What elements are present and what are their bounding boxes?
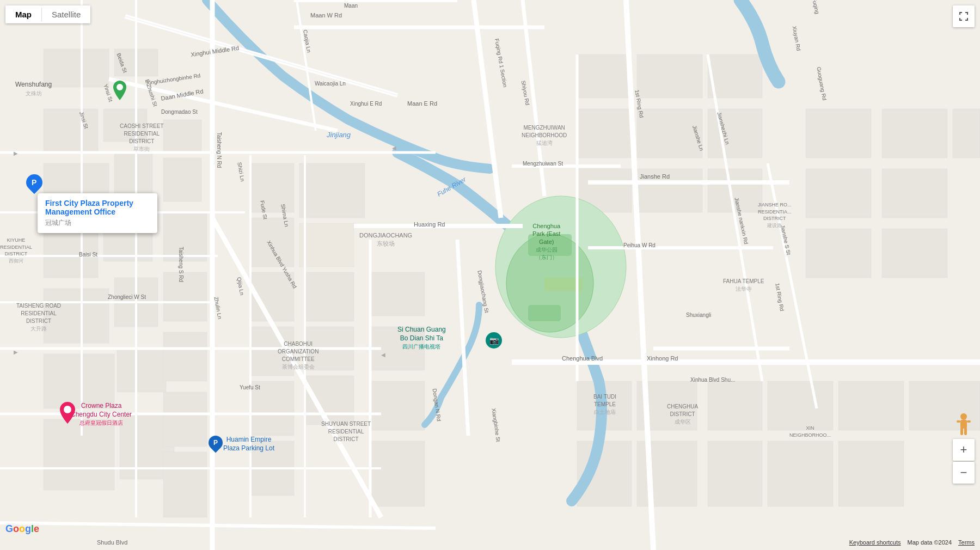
svg-rect-16 xyxy=(163,158,201,201)
svg-text:◀: ◀ xyxy=(381,352,385,358)
svg-rect-37 xyxy=(577,54,632,98)
huamin-empire-marker[interactable]: P xyxy=(209,436,223,450)
map-type-satellite-btn[interactable]: Satellite xyxy=(42,5,90,23)
svg-rect-46 xyxy=(806,109,871,158)
svg-rect-38 xyxy=(577,109,632,158)
svg-rect-7 xyxy=(44,229,98,278)
svg-rect-33 xyxy=(370,272,425,316)
svg-rect-41 xyxy=(637,109,702,158)
svg-rect-112 xyxy=(964,427,967,435)
map-type-map-btn[interactable]: Map xyxy=(5,5,41,23)
popup-chinese: 冠城广场 xyxy=(45,218,150,228)
svg-text:▶: ▶ xyxy=(14,150,18,156)
svg-rect-19 xyxy=(163,332,207,381)
svg-rect-42 xyxy=(637,169,702,212)
map-data-text: Map data ©2024 xyxy=(908,539,952,546)
popup-title: First City Plaza Property Management Off… xyxy=(45,199,150,216)
zoom-in-btn[interactable]: + xyxy=(953,439,975,461)
map-type-control: Map Satellite xyxy=(5,5,90,23)
map-container: ▶ ◀ ▶ ◀ Xinghui Middle Rd Daan Middle Rd… xyxy=(0,0,980,550)
svg-rect-113 xyxy=(957,420,960,423)
svg-point-107 xyxy=(117,84,123,90)
svg-rect-111 xyxy=(960,427,963,435)
svg-rect-40 xyxy=(637,54,702,98)
svg-point-109 xyxy=(960,413,967,420)
svg-rect-24 xyxy=(305,272,354,321)
svg-rect-57 xyxy=(708,381,762,430)
svg-rect-114 xyxy=(967,420,971,423)
svg-rect-36 xyxy=(370,441,425,506)
svg-rect-51 xyxy=(882,229,947,278)
svg-rect-15 xyxy=(163,120,201,152)
svg-point-108 xyxy=(64,406,71,413)
wenshufang-marker[interactable] xyxy=(113,81,126,102)
svg-rect-26 xyxy=(305,376,354,425)
terms-link[interactable]: Terms xyxy=(958,539,975,546)
fullscreen-btn[interactable] xyxy=(953,5,975,27)
svg-rect-66 xyxy=(528,234,572,256)
svg-rect-52 xyxy=(953,109,980,158)
svg-rect-43 xyxy=(708,54,762,98)
svg-rect-59 xyxy=(768,381,833,430)
svg-rect-44 xyxy=(708,109,762,158)
svg-rect-49 xyxy=(882,109,947,158)
svg-rect-6 xyxy=(114,152,152,196)
svg-rect-9 xyxy=(44,289,109,343)
map-footer: Keyboard shortcuts Map data ©2024 Terms xyxy=(0,535,980,550)
svg-rect-60 xyxy=(768,441,833,506)
svg-rect-17 xyxy=(163,212,207,261)
svg-rect-3 xyxy=(44,109,98,152)
svg-rect-21 xyxy=(163,452,207,517)
svg-rect-27 xyxy=(250,163,294,212)
svg-rect-110 xyxy=(960,420,967,429)
svg-rect-23 xyxy=(299,223,354,267)
svg-rect-1 xyxy=(44,49,109,87)
svg-rect-62 xyxy=(838,441,904,506)
svg-rect-35 xyxy=(370,381,425,430)
svg-rect-67 xyxy=(528,305,561,321)
pegman-btn[interactable] xyxy=(953,411,975,441)
svg-rect-50 xyxy=(882,169,947,218)
svg-rect-48 xyxy=(806,229,871,278)
first-city-plaza-popup[interactable]: First City Plaza Property Management Off… xyxy=(38,193,157,233)
svg-rect-31 xyxy=(250,381,294,436)
crowne-plaza-marker[interactable] xyxy=(60,402,75,426)
svg-rect-47 xyxy=(806,169,871,218)
svg-rect-12 xyxy=(117,349,166,392)
svg-rect-11 xyxy=(44,354,114,408)
svg-rect-13 xyxy=(44,419,114,490)
keyboard-shortcuts-link[interactable]: Keyboard shortcuts xyxy=(849,539,901,546)
svg-rect-45 xyxy=(708,169,762,212)
svg-rect-61 xyxy=(838,381,904,430)
svg-rect-58 xyxy=(708,441,762,506)
svg-text:◀: ◀ xyxy=(392,145,396,151)
svg-rect-22 xyxy=(299,163,365,218)
si-chuan-tv-marker[interactable]: 📷 xyxy=(486,332,502,349)
svg-rect-20 xyxy=(163,392,207,447)
svg-rect-4 xyxy=(103,109,147,142)
svg-rect-18 xyxy=(163,272,207,321)
first-city-plaza-marker[interactable]: P xyxy=(26,174,42,194)
svg-text:▶: ▶ xyxy=(14,349,18,355)
zoom-controls: + − xyxy=(953,439,975,485)
google-logo: Google xyxy=(5,523,39,535)
zoom-out-btn[interactable]: − xyxy=(953,462,975,484)
svg-rect-28 xyxy=(250,218,294,267)
